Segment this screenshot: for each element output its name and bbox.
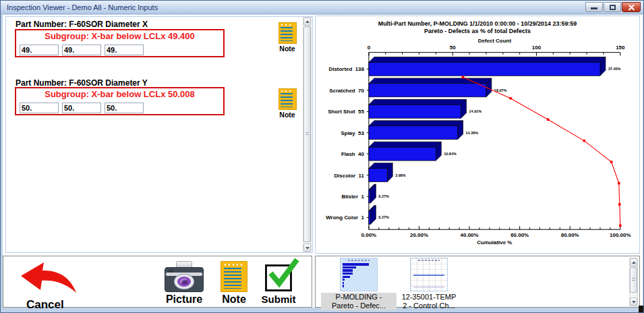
subgroup-warning-box-y: Subgroup: X-bar below LCLx 50.008 [15, 87, 225, 115]
window-corner-grip[interactable] [639, 306, 643, 312]
picture-label: Picture [161, 293, 207, 306]
note-button-y[interactable]: Note [275, 88, 299, 119]
scroll-down-button[interactable] [303, 244, 311, 252]
scroll-up-button[interactable] [303, 18, 311, 26]
minimize-button[interactable] [585, 2, 603, 12]
svg-text:Multi-Part Number, P-MOLDING: Multi-Part Number, P-MOLDING 1/1/2010 0:… [378, 20, 577, 27]
svg-text:60.00%: 60.00% [510, 232, 529, 238]
cancel-button[interactable]: Cancel [17, 262, 91, 312]
svg-text:Cumulative %: Cumulative % [477, 239, 512, 246]
note-icon [279, 88, 297, 110]
svg-text:50: 50 [450, 45, 456, 51]
chart-panel: Multi-Part Number, P-MOLDING 1/1/2010 0:… [315, 16, 640, 254]
cancel-label: Cancel [26, 298, 91, 312]
main-content: Part Number: F-60SOR Diameter X Subgroup… [3, 15, 643, 308]
title-bar[interactable]: Inspection Viewer - Demo All - Numeric I… [1, 1, 643, 14]
window-title: Inspection Viewer - Demo All - Numeric I… [7, 3, 158, 11]
svg-text:Wrong Color 1: Wrong Color 1 [326, 215, 364, 221]
note-button[interactable]: Note [216, 261, 252, 306]
svg-text:150: 150 [616, 45, 625, 51]
note-button-x[interactable]: Note [275, 22, 299, 53]
svg-text:Short Shot 55: Short Shot 55 [328, 109, 364, 115]
svg-text:Flash 40: Flash 40 [341, 151, 365, 157]
svg-text:Distorted 138: Distorted 138 [328, 66, 364, 72]
svg-text:0: 0 [368, 45, 371, 51]
svg-text:20.00%: 20.00% [410, 232, 428, 238]
scrollbar-grip-icon [632, 278, 635, 282]
close-button[interactable] [622, 2, 641, 12]
part-number-label-y: Part Number: F-60SOR Diameter Y [16, 78, 148, 88]
scroll-down-button[interactable] [630, 297, 637, 306]
app-window: Inspection Viewer - Demo All - Numeric I… [0, 0, 644, 313]
maximize-button[interactable] [604, 2, 621, 12]
measurement-input-x1[interactable] [20, 45, 59, 55]
thumbnail-pareto-chart[interactable]: P-MOLDING - Pareto - Defec... [321, 258, 397, 310]
svg-text:14.91%: 14.91% [469, 109, 482, 113]
maximize-icon [610, 5, 616, 10]
svg-text:14.36%: 14.36% [466, 131, 479, 135]
submit-button[interactable]: Submit [260, 264, 297, 305]
thumbnail-caption: 12-35001-TEMP 2 - Control Ch... [391, 293, 467, 310]
thumbnail-control-chart[interactable]: 12-35001-TEMP 2 - Control Ch... [391, 258, 467, 310]
note-button-label: Note [275, 45, 299, 53]
subgroup-warning-box-x: Subgroup: X-bar below LCLx 49.400 [15, 29, 225, 57]
arrow-up-icon [632, 261, 636, 264]
svg-text:10.84%: 10.84% [444, 152, 457, 156]
svg-text:100.00%: 100.00% [610, 232, 631, 238]
svg-text:Pareto - Defects as % of total: Pareto - Defects as % of total Defects [424, 28, 531, 34]
part-number-label-x: Part Number: F-60SOR Diameter X [16, 20, 148, 29]
scrollbar-grip-icon [305, 132, 309, 136]
note-label: Note [216, 293, 252, 306]
measurement-input-y3[interactable] [105, 103, 144, 113]
measurement-input-y1[interactable] [20, 103, 59, 113]
svg-text:0.27%: 0.27% [378, 194, 389, 198]
scroll-up-button[interactable] [630, 258, 637, 266]
chart-thumbnails-panel: P-MOLDING - Pareto - Defec... 12-35001-T… [315, 256, 640, 308]
svg-text:Blister 1: Blister 1 [341, 194, 364, 200]
subgroup-warning-text-x: Subgroup: X-bar below LCLx 49.400 [16, 31, 223, 41]
back-arrow-icon [17, 262, 79, 294]
svg-text:0.27%: 0.27% [378, 215, 389, 219]
left-panel-scrollbar[interactable] [303, 17, 312, 252]
svg-text:Splay 53: Splay 53 [341, 130, 365, 136]
arrow-down-icon [632, 301, 636, 304]
submit-label: Submit [260, 293, 297, 305]
svg-text:Discolor 11: Discolor 11 [334, 173, 364, 179]
camera-icon [165, 261, 204, 292]
pareto-thumbnail-image [340, 258, 378, 291]
checkbox-check-icon [265, 264, 292, 291]
svg-text:80.00%: 80.00% [561, 232, 579, 238]
svg-text:0.00%: 0.00% [361, 232, 377, 238]
minimize-icon [591, 7, 597, 9]
measurement-input-x2[interactable] [62, 45, 101, 55]
note-icon [221, 261, 247, 292]
scrollbar-thumb[interactable] [303, 26, 311, 242]
arrow-up-icon [305, 20, 310, 23]
thumbnail-caption: P-MOLDING - Pareto - Defec... [321, 293, 397, 310]
svg-text:100: 100 [532, 45, 541, 51]
bottom-toolbar: Cancel Picture Note [3, 256, 312, 308]
svg-text:40.00%: 40.00% [461, 232, 479, 238]
picture-button[interactable]: Picture [161, 261, 207, 306]
subgroup-warning-text-y: Subgroup: X-bar below LCLx 50.008 [16, 89, 223, 99]
svg-text:2.98%: 2.98% [395, 173, 406, 177]
note-icon [279, 22, 297, 44]
inspection-panel: Part Number: F-60SOR Diameter X Subgroup… [5, 16, 313, 253]
measurement-input-y2[interactable] [62, 103, 101, 113]
svg-text:Scratched 70: Scratched 70 [329, 88, 364, 94]
control-chart-thumbnail-image [410, 258, 448, 291]
note-button-label: Note [275, 111, 299, 119]
measurement-input-x3[interactable] [105, 45, 144, 55]
svg-text:Defect Count: Defect Count [478, 38, 512, 44]
svg-text:37.40%: 37.40% [608, 67, 621, 71]
scrollbar-thumb[interactable] [630, 267, 637, 293]
thumbnails-scrollbar[interactable] [629, 258, 638, 306]
pareto-chart: Multi-Part Number, P-MOLDING 1/1/2010 0:… [316, 16, 639, 253]
arrow-down-icon [305, 247, 310, 250]
